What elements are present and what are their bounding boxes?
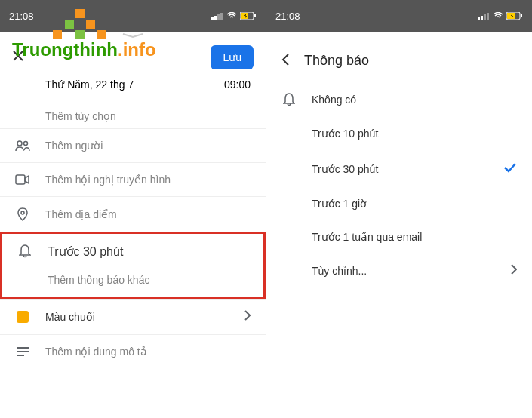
status-time: 21:08 bbox=[275, 11, 300, 22]
option-label: Trước 1 giờ bbox=[312, 198, 367, 210]
notification-option-30min[interactable]: Trước 30 phút bbox=[266, 150, 532, 187]
notification-option-1week[interactable]: Trước 1 tuần qua email bbox=[266, 220, 532, 254]
notification-title: Thông báo bbox=[304, 53, 369, 69]
status-bar: 21:08 bbox=[0, 0, 266, 32]
option-label: Không có bbox=[312, 94, 356, 106]
notification-row[interactable]: Trước 30 phút Thêm thông báo khác bbox=[2, 234, 263, 297]
wifi-icon bbox=[226, 11, 237, 22]
notification-highlight-box: Trước 30 phút Thêm thông báo khác bbox=[0, 232, 266, 299]
svg-rect-18 bbox=[481, 16, 483, 20]
more-options-label: Thêm tùy chọn bbox=[45, 97, 116, 122]
edit-header: Lưu bbox=[0, 39, 266, 78]
sheet-handle[interactable] bbox=[0, 32, 266, 39]
status-bar: 21:08 bbox=[266, 0, 532, 32]
add-people-label: Thêm người bbox=[45, 140, 103, 152]
location-icon bbox=[15, 207, 30, 221]
bell-icon bbox=[17, 244, 32, 258]
video-icon bbox=[15, 174, 30, 185]
option-label: Trước 1 tuần qua email bbox=[312, 231, 422, 243]
date-time-row[interactable]: Thứ Năm, 22 thg 7 09:00 bbox=[0, 78, 266, 97]
color-label: Màu chuối bbox=[45, 311, 229, 323]
svg-rect-15 bbox=[16, 175, 25, 184]
signal-icon bbox=[478, 11, 490, 22]
svg-rect-19 bbox=[484, 14, 486, 20]
notification-picker-panel: 21:08 Thông báo bbox=[266, 0, 532, 418]
svg-point-14 bbox=[24, 142, 28, 146]
add-description-row[interactable]: Thêm nội dung mô tả bbox=[0, 334, 266, 368]
back-icon[interactable] bbox=[281, 54, 289, 69]
svg-rect-17 bbox=[478, 17, 480, 20]
add-location-label: Thêm địa điểm bbox=[45, 208, 117, 220]
people-icon bbox=[15, 140, 30, 152]
option-label: Tùy chỉnh... bbox=[312, 265, 367, 277]
event-time: 09:00 bbox=[224, 78, 251, 91]
battery-icon bbox=[506, 11, 523, 22]
notification-value: Trước 30 phút bbox=[48, 244, 248, 259]
notification-option-custom[interactable]: Tùy chỉnh... bbox=[266, 254, 532, 288]
svg-rect-23 bbox=[521, 14, 522, 17]
notification-option-10min[interactable]: Trước 10 phút bbox=[266, 117, 532, 150]
add-video-label: Thêm hội nghị truyền hình bbox=[45, 174, 171, 186]
notification-header: Thông báo bbox=[266, 39, 532, 82]
svg-rect-9 bbox=[220, 13, 223, 20]
notification-option-1hour[interactable]: Trước 1 giờ bbox=[266, 187, 532, 220]
save-button[interactable]: Lưu bbox=[211, 45, 254, 69]
add-video-row[interactable]: Thêm hội nghị truyền hình bbox=[0, 162, 266, 196]
color-row[interactable]: Màu chuối bbox=[0, 299, 266, 334]
chevron-right-icon bbox=[244, 310, 251, 324]
event-edit-panel: 21:08 Lưu Thứ Năm, 22 thg 7 bbox=[0, 0, 266, 418]
chevron-right-icon bbox=[511, 264, 517, 278]
svg-rect-20 bbox=[487, 13, 489, 20]
svg-rect-7 bbox=[214, 16, 217, 20]
bell-icon bbox=[281, 93, 297, 106]
more-options-row[interactable]: Thêm tùy chọn bbox=[0, 97, 266, 128]
option-label: Trước 30 phút bbox=[312, 163, 378, 175]
option-label: Trước 10 phút bbox=[312, 128, 378, 140]
svg-rect-12 bbox=[254, 14, 256, 17]
event-date: Thứ Năm, 22 thg 7 bbox=[45, 78, 134, 91]
add-location-row[interactable]: Thêm địa điểm bbox=[0, 196, 266, 232]
close-icon[interactable] bbox=[12, 50, 24, 66]
color-swatch-icon bbox=[15, 311, 30, 323]
wifi-icon bbox=[493, 11, 503, 22]
add-people-row[interactable]: Thêm người bbox=[0, 128, 266, 162]
add-description-label: Thêm nội dung mô tả bbox=[45, 346, 147, 358]
notification-option-none[interactable]: Không có bbox=[266, 82, 532, 117]
battery-icon bbox=[240, 11, 257, 22]
description-icon bbox=[15, 347, 30, 356]
check-icon bbox=[503, 161, 517, 177]
status-time: 21:08 bbox=[9, 11, 34, 22]
svg-rect-8 bbox=[217, 14, 220, 20]
signal-icon bbox=[211, 11, 223, 22]
svg-point-13 bbox=[17, 141, 22, 146]
add-notification-label: Thêm thông báo khác bbox=[48, 265, 248, 286]
svg-rect-6 bbox=[211, 17, 214, 20]
svg-point-16 bbox=[21, 211, 24, 214]
